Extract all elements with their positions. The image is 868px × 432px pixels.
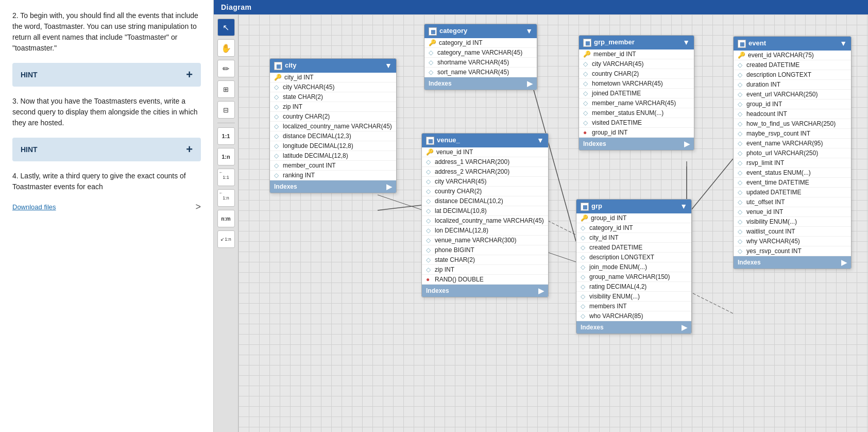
field-grp-city: ◇city VARCHAR(45)	[579, 59, 694, 69]
field-group-id: 🔑group_id INT	[576, 213, 691, 223]
indexes-arrow: ▶	[538, 287, 544, 295]
table-venue-body: 🔑venue_id INT ◇address_1 VARCHAR(200) ◇a…	[422, 147, 548, 285]
toolbar-hand[interactable]: ✋	[217, 39, 235, 57]
instruction-2: 2. To begin with, you should find all th…	[12, 10, 201, 54]
toolbar-1n-arrow[interactable]: ↙1:n	[217, 230, 235, 248]
diamond-icon: ◇	[581, 283, 587, 290]
table-event-body: 🔑event_id VARCHAR(75) ◇created DATETIME …	[734, 51, 851, 256]
diamond-icon: ◇	[274, 123, 280, 130]
field-rsvp-limit: ◇rsvp_limit INT	[734, 158, 851, 168]
svg-line-3	[687, 159, 733, 215]
field-grp-country: ◇country CHAR(2)	[579, 69, 694, 79]
diamond-icon: ◇	[581, 273, 587, 280]
field-venue-zip: ◇zip INT	[422, 265, 548, 275]
field-event-url: ◇event_url VARCHAR(250)	[734, 90, 851, 99]
diamond-icon: ◇	[738, 110, 744, 118]
table-event-dropdown[interactable]: ▼	[840, 39, 847, 47]
diamond-icon: ◇	[583, 70, 589, 77]
toolbar-field[interactable]: ⊟	[217, 101, 235, 119]
table-city-header[interactable]: ▦city ▼	[270, 59, 396, 73]
table-city-dropdown[interactable]: ▼	[385, 61, 392, 70]
table-category-header[interactable]: ▦category ▼	[424, 24, 537, 38]
table-event-indexes[interactable]: Indexes ▶	[734, 256, 851, 269]
key-icon: 🔑	[738, 52, 745, 59]
table-category-dropdown[interactable]: ▼	[525, 27, 533, 35]
diamond-icon: ◇	[738, 169, 744, 176]
diamond-icon: ◇	[426, 217, 432, 224]
diamond-icon: ◇	[738, 91, 744, 98]
toolbar-1-1b[interactable]: ← 1:1	[217, 169, 235, 186]
field-visited: ◇visited DATETIME	[579, 118, 694, 128]
hint-button-1[interactable]: HINT +	[12, 63, 201, 87]
table-grp-dropdown[interactable]: ▼	[680, 202, 687, 210]
field-lon: ◇lon DECIMAL(12,8)	[422, 226, 548, 236]
diamond-icon: ◇	[426, 246, 432, 254]
diamond-icon: ◇	[738, 189, 744, 196]
field-venue-state: ◇state CHAR(2)	[422, 255, 548, 265]
diagram-toolbar: ↖ ✋ ✏ ⊞ ⊟ 1:1 1:n ← 1:1 ← 1:n n:m ↙1:n	[214, 14, 239, 432]
table-grp-member-indexes[interactable]: Indexes ▶	[579, 138, 694, 150]
diamond-icon: ◇	[738, 228, 744, 235]
toolbar-1-n[interactable]: 1:n	[217, 148, 235, 165]
table-venue-indexes[interactable]: Indexes ▶	[422, 285, 548, 297]
field-city-name: ◇city VARCHAR(45)	[270, 82, 396, 92]
table-category: ▦category ▼ 🔑category_id INT ◇category_n…	[424, 24, 537, 90]
field-event-visibility: ◇visibility ENUM(...)	[734, 217, 851, 227]
indexes-arrow: ▶	[684, 140, 690, 148]
table-icon: ▦	[738, 40, 746, 48]
dot-icon: ●	[583, 129, 589, 136]
table-venue-header[interactable]: ▦venue_ ▼	[422, 134, 548, 147]
field-photo-url: ◇photo_url VARCHAR(250)	[734, 148, 851, 158]
diamond-icon: ◇	[738, 101, 744, 108]
table-grp-member-header[interactable]: ▦grp_member ▼	[579, 36, 694, 49]
table-grp-header[interactable]: ▦grp ▼	[576, 200, 691, 213]
toolbar-n-m[interactable]: n:m	[217, 210, 235, 227]
table-category-indexes[interactable]: Indexes ▶	[424, 77, 537, 90]
instruction-3: 3. Now that you have the Toastmasters ev…	[12, 96, 201, 128]
field-why: ◇why VARCHAR(45)	[734, 237, 851, 246]
indexes-arrow: ▶	[386, 182, 392, 191]
diamond-icon: ◇	[583, 99, 589, 107]
field-member-count: ◇member_count INT	[270, 161, 396, 171]
field-address2: ◇address_2 VARCHAR(200)	[422, 167, 548, 177]
diamond-icon: ◇	[274, 84, 280, 91]
field-shortname: ◇shortname VARCHAR(45)	[424, 58, 537, 68]
toolbar-1-nb[interactable]: ← 1:n	[217, 189, 235, 207]
table-event-header[interactable]: ▦event ▼	[734, 37, 851, 51]
field-lat: ◇lat DECIMAL(10,8)	[422, 206, 548, 216]
key-icon: 🔑	[429, 39, 436, 46]
diamond-icon: ◇	[738, 208, 744, 215]
table-icon: ▦	[581, 203, 589, 211]
field-grp-description: ◇description LONGTEXT	[576, 253, 691, 262]
field-venue-country: ◇country CHAR(2)	[422, 187, 548, 196]
table-grp-member-dropdown[interactable]: ▼	[683, 38, 690, 46]
field-grp-category-id: ◇category_id INT	[576, 223, 691, 233]
toolbar-select[interactable]: ↖	[217, 19, 235, 36]
table-grp-indexes[interactable]: Indexes ▶	[576, 321, 691, 334]
field-who: ◇who VARCHAR(85)	[576, 311, 691, 321]
table-category-body: 🔑category_id INT ◇category_name VARCHAR(…	[424, 38, 537, 77]
field-event-description: ◇description LONGTEXT	[734, 70, 851, 80]
field-event-id: 🔑event_id VARCHAR(75)	[734, 51, 851, 60]
indexes-arrow: ▶	[682, 323, 687, 331]
toolbar-pencil[interactable]: ✏	[217, 60, 235, 77]
table-grp-body: 🔑group_id INT ◇category_id INT ◇city_id …	[576, 213, 691, 321]
diamond-icon: ◇	[426, 227, 432, 234]
toolbar-1-1[interactable]: 1:1	[217, 127, 235, 145]
table-grp: ▦grp ▼ 🔑group_id INT ◇category_id INT ◇c…	[576, 199, 692, 334]
field-group-name: ◇group_name VARCHAR(150)	[576, 272, 691, 282]
field-utc-offset: ◇utc_offset INT	[734, 197, 851, 207]
diamond-icon: ◇	[426, 207, 432, 214]
table-city-indexes[interactable]: Indexes ▶	[270, 180, 396, 193]
field-rand: ●RAND() DOUBLE	[422, 275, 548, 285]
diagram-canvas[interactable]: ▦city ▼ 🔑city_id INT ◇city VARCHAR(45) ◇…	[239, 14, 868, 432]
table-venue-dropdown[interactable]: ▼	[537, 136, 544, 144]
download-link[interactable]: Download files	[12, 203, 56, 211]
field-longitude: ◇longitude DECIMAL(12,8)	[270, 141, 396, 151]
toolbar-table[interactable]: ⊞	[217, 80, 235, 98]
arrow-right: >	[195, 202, 201, 212]
field-how-to-find: ◇how_to_find_us VARCHAR(250)	[734, 119, 851, 129]
hint-button-2[interactable]: HINT +	[12, 138, 201, 161]
field-rating: ◇rating DECIMAL(4,2)	[576, 282, 691, 292]
diamond-icon: ◇	[274, 162, 280, 169]
